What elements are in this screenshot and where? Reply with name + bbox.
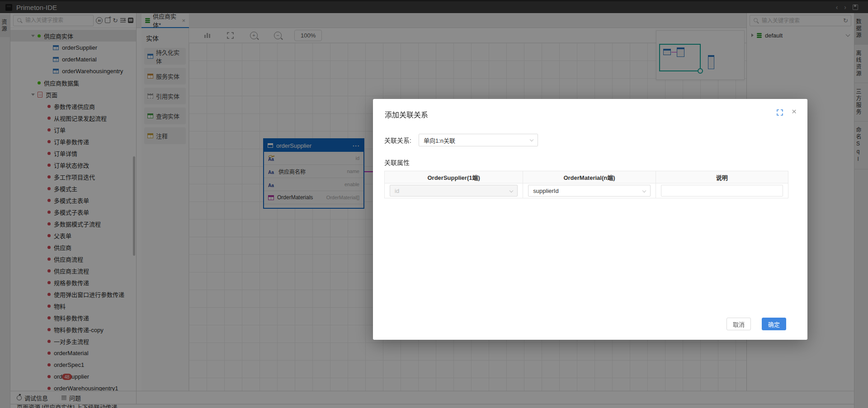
section-title: 关联属性 bbox=[384, 158, 410, 167]
chevron-down-icon bbox=[642, 189, 646, 192]
chevron-down-icon bbox=[530, 138, 533, 141]
dialog-title: 添加关联关系 bbox=[385, 109, 428, 120]
chevron-down-icon bbox=[509, 189, 513, 192]
column-header-target: OrderMaterial(n端) bbox=[523, 171, 656, 183]
relation-type-select[interactable]: 单向1:n关联 bbox=[419, 134, 538, 146]
table-row: id supplierId bbox=[385, 183, 788, 198]
ok-button[interactable]: 确定 bbox=[762, 318, 786, 330]
maximize-icon[interactable] bbox=[777, 109, 783, 116]
close-icon[interactable]: × bbox=[792, 107, 797, 117]
relation-label: 关联关系: bbox=[384, 136, 411, 145]
note-input[interactable] bbox=[661, 185, 783, 197]
column-header-note: 说明 bbox=[656, 171, 788, 183]
column-header-source: OrderSupplier(1端) bbox=[385, 171, 523, 183]
source-field-select[interactable]: id bbox=[390, 185, 518, 197]
target-field-select[interactable]: supplierId bbox=[528, 185, 650, 197]
relation-type-value: 单向1:n关联 bbox=[424, 136, 455, 145]
add-relation-dialog: 添加关联关系 × 关联关系: 单向1:n关联 关联属性 OrderSupplie… bbox=[373, 99, 807, 340]
relation-attribute-table: OrderSupplier(1端) OrderMaterial(n端) 说明 i… bbox=[384, 171, 788, 198]
cancel-button[interactable]: 取消 bbox=[726, 318, 751, 330]
